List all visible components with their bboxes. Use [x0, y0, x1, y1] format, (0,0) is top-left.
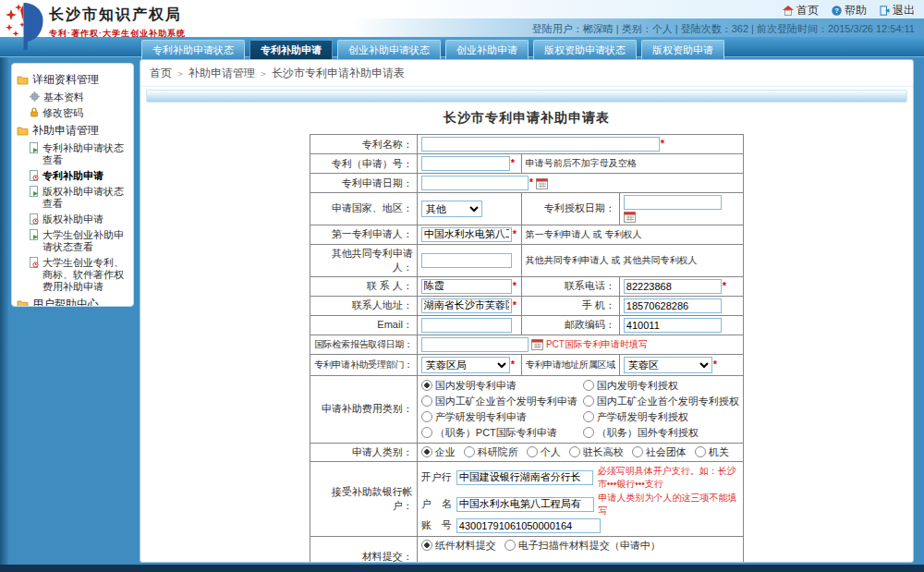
sidebar-item-student-fee-apply[interactable]: 大学生创业专利、商标、软件著作权费用补助申请	[30, 257, 130, 293]
applicant-type-option[interactable]: 驻长高校	[569, 445, 624, 459]
fee-type-option[interactable]: 产学研发明专利授权	[583, 410, 739, 424]
tab-copyright-subsidy-apply[interactable]: 版权资助申请	[641, 40, 724, 61]
fee-type-option[interactable]: 国内发明专利申请	[421, 379, 578, 393]
sidebar: 详细资料管理 基本资料 修改密码 补助申请管理 专利补助申请状态查看 专利补助申…	[11, 63, 134, 307]
address-label: 联系人地址：	[310, 296, 418, 315]
nav-home[interactable]: 首页	[783, 3, 819, 18]
bank-branch-input[interactable]	[456, 470, 593, 485]
radio-icon	[527, 446, 538, 457]
bank-branch-note: 必须写明具体开户支行。如：长沙市•••银行•••支行	[598, 465, 739, 491]
address-input[interactable]	[421, 298, 512, 313]
row-bank-account: 接受补助款银行帐户： 开户行 必须写明具体开户支行。如：长沙市•••银行•••支…	[310, 461, 744, 536]
nav-help[interactable]: ? 帮助	[832, 3, 867, 18]
region-select[interactable]: 芙蓉区	[624, 357, 712, 373]
bank-number-line: 账 号	[421, 518, 739, 533]
tab-startup-subsidy-status[interactable]: 创业补助申请状态	[337, 40, 441, 61]
grant-date-input[interactable]	[624, 195, 722, 210]
row-search-report-date: 国际检索报告取得日期： PCT国际专利申请时填写	[310, 335, 744, 354]
zipcode-input[interactable]	[624, 318, 722, 333]
material-option[interactable]: 电子扫描件材料提交（申请中）	[505, 539, 661, 553]
form-title: 长沙市专利申请补助申请表	[140, 110, 913, 127]
fee-type-option[interactable]: （职务）PCT国际专利申请	[421, 426, 578, 440]
radio-icon	[421, 380, 432, 391]
tab-copyright-subsidy-status[interactable]: 版权资助申请状态	[533, 40, 637, 61]
email-label: Email：	[310, 315, 418, 335]
applicant-type-option[interactable]: 社会团体	[632, 445, 687, 459]
patent-no-input[interactable]	[421, 156, 510, 171]
co-applicant-label: 其他共同专利申请人：	[310, 244, 418, 276]
gear-icon	[30, 91, 40, 102]
radio-icon	[583, 380, 594, 391]
fee-type-options: 国内发明专利申请 国内发明专利授权 国内工矿企业首个发明专利申请 国内工矿企业首…	[421, 378, 739, 441]
calendar-icon[interactable]	[536, 177, 548, 189]
country-select[interactable]: 其他	[421, 201, 482, 217]
search-report-input[interactable]	[421, 337, 529, 352]
first-applicant-input[interactable]	[421, 227, 512, 242]
phone-label: 联系电话：	[521, 276, 619, 296]
tabs: 专利补助申请状态 专利补助申请 创业补助申请状态 创业补助申请 版权资助申请状态…	[141, 40, 724, 61]
sidebar-item-copyright-status-view[interactable]: 版权补助申请状态查看	[30, 186, 130, 210]
breadcrumb-subsidy-mgmt[interactable]: 补助申请管理	[188, 67, 255, 79]
bank-holder-note: 申请人类别为个人的这三项不能填写	[599, 492, 739, 517]
fee-type-option[interactable]: 国内发明专利授权	[583, 379, 739, 393]
co-applicant-note: 其他共同专利申请人 或 其他共同专利权人	[526, 255, 698, 265]
applicant-type-option[interactable]: 个人	[527, 445, 561, 459]
applicant-type-option[interactable]: 科研院所	[464, 445, 518, 459]
material-options: 纸件材料提交 电子扫描件材料提交（申请中） 电子扫描件材料提交（已授权）	[421, 539, 739, 563]
radio-icon	[695, 446, 706, 457]
bank-holder-input[interactable]	[456, 497, 594, 512]
row-applicant-type: 申请人类别： 企业 科研院所 个人 驻长高校 社会团体 机关	[310, 443, 744, 461]
contact-label: 联 系 人：	[310, 276, 418, 296]
sidebar-item-change-password[interactable]: 修改密码	[30, 107, 130, 119]
patent-name-label: 专利名称：	[310, 135, 418, 154]
sidebar-item-student-status-view[interactable]: 大学生创业补助申请状态查看	[30, 229, 130, 253]
applicant-type-label: 申请人类别：	[310, 443, 418, 461]
nav-logout[interactable]: 退出	[880, 3, 915, 18]
breadcrumb-home[interactable]: 首页	[150, 67, 172, 79]
tab-patent-subsidy-apply[interactable]: 专利补助申请	[249, 40, 333, 61]
sidebar-item-patent-status-view[interactable]: 专利补助申请状态查看	[30, 142, 130, 166]
row-country-grantdate: 申请国家、地区： 其他 专利授权日期：	[310, 193, 744, 225]
fee-type-option[interactable]: 产学研发明专利申请	[421, 410, 578, 424]
bank-holder-line: 户 名 申请人类别为个人的这三项不能填写	[421, 492, 739, 517]
application-form-table: 专利名称： * 专利（申请）号： * 申请号前后不加字母及空格 专利申请日期： …	[310, 134, 744, 563]
sidebar-item-patent-apply[interactable]: 专利补助申请	[30, 170, 130, 182]
material-option[interactable]: 纸件材料提交	[421, 539, 496, 553]
dept-select[interactable]: 芙蓉区局	[421, 357, 510, 373]
org-name: 长沙市知识产权局	[49, 6, 186, 25]
breadcrumb-current[interactable]: 长沙市专利申请补助申请表	[272, 67, 405, 79]
doc-edit-icon	[30, 257, 39, 268]
folder-icon	[17, 75, 29, 85]
sidebar-item-copyright-apply[interactable]: 版权补助申请	[30, 213, 130, 225]
radio-icon	[583, 427, 594, 438]
applicant-type-option[interactable]: 企业	[421, 445, 456, 459]
calendar-icon[interactable]	[624, 211, 636, 223]
fee-type-label: 申请补助费用类别：	[310, 375, 418, 443]
tab-startup-subsidy-apply[interactable]: 创业补助申请	[445, 40, 529, 61]
phone-input[interactable]	[624, 279, 722, 294]
patent-name-input[interactable]	[421, 137, 660, 152]
calendar-icon[interactable]	[531, 338, 543, 350]
bank-number-input[interactable]	[456, 518, 601, 533]
lock-icon	[30, 107, 39, 117]
row-patent-no: 专利（申请）号： * 申请号前后不加字母及空格	[310, 154, 744, 174]
contact-input[interactable]	[421, 279, 512, 294]
svg-text:?: ?	[834, 6, 839, 15]
radio-icon	[632, 446, 643, 457]
sidebar-section-subsidy: 补助申请管理	[17, 123, 128, 139]
fee-type-option[interactable]: （职务）国外专利授权	[583, 426, 739, 440]
logo-mark-icon	[4, 2, 46, 52]
apply-date-input[interactable]	[421, 176, 529, 190]
applicant-type-option[interactable]: 机关	[695, 445, 729, 459]
fee-type-option[interactable]: 国内工矿企业首个发明专利申请	[421, 395, 578, 408]
co-applicant-input[interactable]	[421, 253, 512, 268]
material-option[interactable]: 电子扫描件材料提交（已授权）	[421, 561, 578, 563]
sidebar-item-basic-info[interactable]: 基本资料	[30, 91, 130, 103]
email-input[interactable]	[421, 318, 512, 333]
fee-type-option[interactable]: 国内工矿企业首个发明专利授权	[583, 395, 739, 408]
first-applicant-label: 第一专利申请人：	[310, 225, 418, 244]
mobile-input[interactable]	[624, 298, 722, 313]
breadcrumb: 首页＞补助申请管理＞长沙市专利申请补助申请表	[140, 60, 913, 87]
folder-icon	[17, 126, 29, 136]
radio-icon	[421, 396, 432, 407]
